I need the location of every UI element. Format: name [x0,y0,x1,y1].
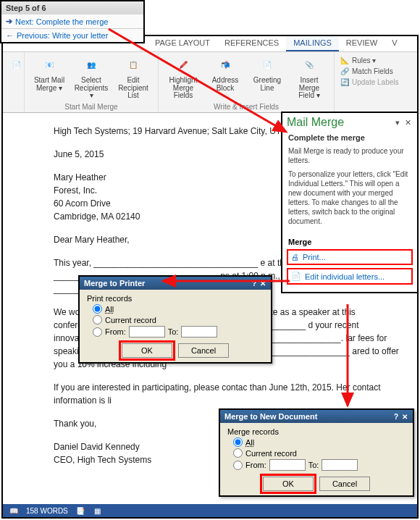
status-bar: 📖 158 WORDS 📑 ▦ [3,504,417,517]
mail-merge-subtitle: Complete the merge [282,132,417,143]
proofing-icon[interactable]: 📑 [75,507,85,515]
tab-page-layout[interactable]: PAGE LAYOUT [148,36,217,51]
radio-all[interactable]: All [233,437,406,447]
tab-view[interactable]: V [385,36,404,51]
doc-para-3: If you are interested in participating, … [54,381,401,407]
wizard-step-header: Step 5 of 6 [1,1,143,14]
cancel-button[interactable]: Cancel [319,477,370,491]
highlight-icon: 🖍️ [173,55,193,75]
start-mail-merge-button[interactable]: 📧 Start MailMerge ▾ [30,55,68,92]
panel-close-icon[interactable]: ▾ ✕ [395,118,413,127]
macros-icon[interactable]: ▦ [93,507,103,515]
printer-icon: 🖨 [291,253,299,261]
wizard-next-link[interactable]: ➔ Next: Complete the merge [1,14,143,28]
merge-to-new-document-dialog: Merge to New Document ? ✕ Merge records … [219,408,414,497]
mail-merge-icon: 📧 [39,55,59,75]
mail-merge-section-label: Merge [282,236,417,248]
mail-merge-body: Mail Merge is ready to produce your lett… [282,143,417,236]
ribbon-group-write: 🖍️ HighlightMerge Fields 📬 AddressBlock … [159,52,335,112]
recipients-icon: 👥 [81,55,101,75]
radio-current[interactable]: Current record [233,448,406,458]
from-input[interactable] [129,326,165,337]
radio-from[interactable]: From: To: [93,326,264,337]
dialog-title: Merge to New Document [224,412,317,421]
ok-button[interactable]: OK [122,343,172,358]
mail-merge-panel: Mail Merge ▾ ✕ Complete the merge Mail M… [281,112,419,293]
match-fields-button[interactable]: 🔗Match Fields [340,67,399,75]
update-icon: 🔄 [340,78,349,86]
edit-list-icon: 📋 [123,55,143,75]
document-icon: 📄 [291,272,301,281]
rules-button[interactable]: 📐Rules ▾ [340,56,399,64]
match-icon: 🔗 [340,67,349,75]
radio-from[interactable]: From: To: [233,459,406,471]
radio-current[interactable]: Current record [93,315,264,324]
ok-button[interactable]: OK [263,477,314,491]
insert-merge-field-button[interactable]: 📎 Insert MergeField ▾ [290,55,328,100]
wizard-prev-link[interactable]: ← Previous: Write your letter [1,29,143,42]
merge-edit-letters-link[interactable]: 📄 Edit individual letters... [287,268,413,285]
dialog-title-buttons[interactable]: ? ✕ [252,280,266,288]
dialog-title: Merge to Printer [84,279,145,288]
merge-to-printer-dialog: Merge to Printer ? ✕ Print records All C… [78,275,272,364]
tab-mailings[interactable]: MAILINGS [286,36,339,51]
print-records-label: Print records [87,294,264,303]
update-labels-button: 🔄Update Labels [340,78,399,86]
arrow-left-icon: ← [6,31,14,40]
tab-review[interactable]: REVIEW [339,36,385,51]
ribbon: 📄 📧 Start MailMerge ▾ 👥 SelectRecipients… [3,52,417,113]
wizard-step-box: Step 5 of 6 ➔ Next: Complete the merge ←… [0,0,145,43]
merge-records-label: Merge records [227,427,406,436]
wizard-next-label: Next: Complete the merge [15,17,108,26]
ribbon-group-create: 📄 [3,52,25,112]
greeting-icon: 📄 [257,55,277,75]
address-icon: 📬 [215,55,235,75]
ribbon-right-options: 📐Rules ▾ 🔗Match Fields 🔄Update Labels [335,52,405,112]
envelopes-button[interactable]: 📄 [9,55,25,75]
to-input[interactable] [181,326,217,337]
mail-merge-title: Mail Merge [287,116,344,129]
greeting-line-button[interactable]: 📄 GreetingLine [248,55,286,92]
cancel-button[interactable]: Cancel [178,343,229,358]
dialog-title-buttons[interactable]: ? ✕ [394,413,408,421]
insert-field-icon: 📎 [299,55,319,75]
word-count[interactable]: 158 WORDS [26,507,68,515]
to-input[interactable] [322,459,358,471]
tab-references[interactable]: REFERENCES [217,36,286,51]
ribbon-group-start: 📧 Start MailMerge ▾ 👥 SelectRecipients ▾… [25,52,159,112]
book-icon[interactable]: 📖 [9,507,19,515]
edit-recipient-list-button[interactable]: 📋 EditRecipient List [114,55,152,100]
from-input[interactable] [269,459,306,471]
highlight-fields-button[interactable]: 🖍️ HighlightMerge Fields [164,55,202,100]
radio-all[interactable]: All [93,304,264,314]
rules-icon: 📐 [340,56,349,64]
select-recipients-button[interactable]: 👥 SelectRecipients ▾ [72,55,110,100]
wizard-prev-label: Previous: Write your letter [17,31,108,40]
envelope-icon: 📄 [7,55,27,75]
arrow-right-icon: ➔ [6,17,12,26]
address-block-button[interactable]: 📬 AddressBlock [206,55,244,92]
merge-print-link[interactable]: 🖨 Print... [287,249,413,265]
